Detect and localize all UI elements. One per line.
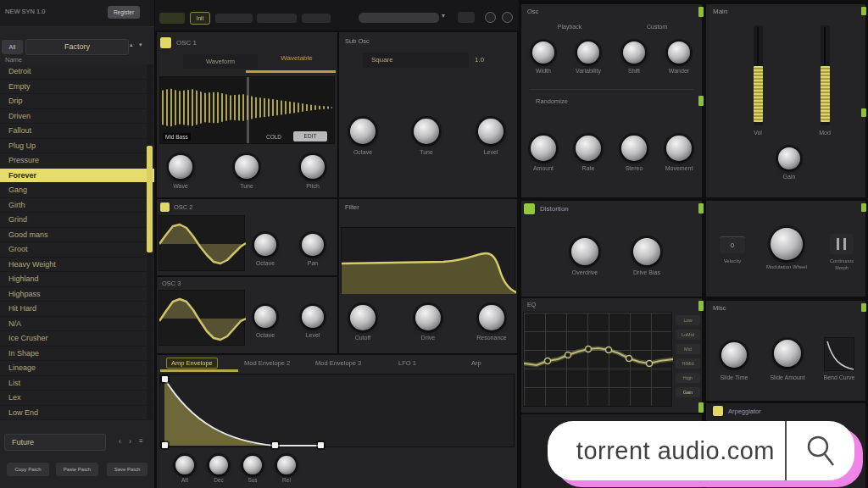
preset-item[interactable]: Gang: [0, 183, 154, 198]
distortion-power-toggle[interactable]: [524, 203, 535, 214]
eq-band-chip[interactable]: High: [676, 373, 700, 383]
filter-drive-knob[interactable]: [415, 305, 441, 330]
osc2-octave-knob[interactable]: [254, 234, 276, 256]
eq-display[interactable]: [523, 312, 672, 407]
preset-item[interactable]: Good mans: [0, 228, 154, 243]
voice-amount-knob[interactable]: [531, 136, 556, 161]
voice-shift-knob[interactable]: [623, 42, 645, 64]
filter-cutoff-knob[interactable]: [350, 305, 376, 330]
envelope-attack-knob[interactable]: [175, 456, 194, 474]
envelope-display[interactable]: [159, 374, 515, 447]
menu-button[interactable]: [159, 13, 185, 24]
preset-item[interactable]: Girth: [0, 198, 154, 214]
osc3-wave-display[interactable]: [159, 290, 245, 346]
preset-item[interactable]: Empty: [0, 80, 154, 95]
osc1-tune-knob[interactable]: [235, 155, 259, 179]
voice-movement-knob[interactable]: [666, 136, 692, 161]
preset-item[interactable]: Heavy Weight: [0, 258, 154, 273]
envelope-sustain-knob[interactable]: [243, 456, 262, 474]
toolbar-field-2[interactable]: [257, 14, 297, 23]
preset-item[interactable]: Highland: [0, 272, 154, 287]
preset-next-icon[interactable]: ›: [129, 437, 131, 446]
preset-item[interactable]: Plug Up: [0, 139, 154, 154]
distortion-bias-knob[interactable]: [633, 238, 660, 265]
eq-band-chip[interactable]: LoMid: [676, 330, 700, 340]
envelope-node[interactable]: [272, 442, 278, 448]
preset-item[interactable]: Lex: [0, 391, 154, 406]
filter-resonance-knob[interactable]: [479, 305, 504, 330]
envelope-decay-knob[interactable]: [209, 456, 228, 474]
voice-variability-knob[interactable]: [577, 42, 599, 64]
osc3-octave-knob[interactable]: [254, 306, 276, 328]
preset-item[interactable]: Low End: [0, 406, 154, 421]
wavetable-cursor[interactable]: [247, 77, 249, 143]
envelope-tab-2[interactable]: Mod Envelope 2: [244, 359, 290, 367]
save-patch-button[interactable]: Save Patch: [107, 463, 147, 476]
osc1-tab-waveform[interactable]: Waveform: [183, 54, 258, 69]
slide-time-knob[interactable]: [721, 342, 747, 368]
subosc-octave-knob[interactable]: [350, 119, 376, 144]
undo-icon[interactable]: [485, 12, 496, 23]
preset-item[interactable]: N/A: [0, 317, 154, 332]
subosc-mode-dropdown[interactable]: Square: [363, 53, 469, 68]
preset-item[interactable]: Detroit: [0, 64, 154, 80]
envelope-node[interactable]: [162, 376, 168, 382]
osc2-pan-knob[interactable]: [302, 234, 324, 256]
register-button[interactable]: Register: [108, 6, 140, 19]
preset-item[interactable]: Ice Crusher: [0, 331, 154, 347]
voice-stereo-knob[interactable]: [621, 136, 647, 161]
preset-item[interactable]: Grind: [0, 213, 154, 228]
toolbar-field-3[interactable]: [302, 14, 331, 23]
osc2-wave-display[interactable]: [159, 215, 245, 271]
osc1-pitch-knob[interactable]: [301, 155, 325, 179]
envelope-node[interactable]: [162, 442, 168, 448]
preset-item-selected[interactable]: Forever: [0, 169, 154, 184]
init-button[interactable]: Init: [190, 12, 210, 25]
subosc-tune-knob[interactable]: [414, 119, 439, 144]
toolbar-field-1[interactable]: [215, 14, 253, 23]
eq-band-chip[interactable]: Low: [676, 315, 700, 325]
preset-dropdown-icon[interactable]: ▾: [442, 12, 445, 19]
eq-band-chip[interactable]: Mid: [676, 344, 700, 354]
bank-dropdown[interactable]: Factory: [25, 39, 129, 55]
preset-item[interactable]: Lineage: [0, 361, 154, 376]
envelope-tab-arp[interactable]: Arp: [471, 359, 481, 367]
preset-item[interactable]: Highpass: [0, 287, 154, 302]
redo-icon[interactable]: [502, 12, 513, 23]
osc1-wave-knob[interactable]: [169, 155, 192, 179]
envelope-tab-lfo[interactable]: LFO 1: [398, 359, 416, 367]
preset-prev-icon[interactable]: ‹: [119, 437, 121, 446]
osc1-wavetable-display[interactable]: Mid Bass COLD EDIT: [159, 76, 335, 144]
voice-rate-knob[interactable]: [576, 136, 601, 161]
preset-item[interactable]: Drip: [0, 94, 154, 109]
preset-item[interactable]: In Shape: [0, 347, 154, 362]
pitch-bend-control[interactable]: [830, 234, 854, 254]
preset-item[interactable]: Hit Hard: [0, 302, 154, 317]
bank-up-icon[interactable]: ▴: [130, 42, 133, 48]
velocity-display[interactable]: 0: [720, 236, 745, 253]
bank-down-icon[interactable]: ▾: [139, 42, 142, 48]
preset-item[interactable]: Fallout: [0, 124, 154, 139]
preset-name-field[interactable]: Future: [4, 434, 106, 451]
envelope-node[interactable]: [318, 442, 324, 448]
preset-scrollbar-thumb[interactable]: [147, 146, 153, 252]
paste-patch-button[interactable]: Paste Patch: [56, 463, 98, 476]
distortion-overdrive-knob[interactable]: [571, 238, 598, 265]
preset-item[interactable]: Groot: [0, 242, 154, 258]
main-gain-knob[interactable]: [778, 147, 800, 169]
preset-item[interactable]: List: [0, 376, 154, 391]
filter-curve-display[interactable]: [341, 227, 515, 293]
eq-band-chip[interactable]: Gain: [676, 387, 700, 397]
osc1-tab-wavetable[interactable]: Wavetable: [259, 54, 334, 62]
eq-band-chip[interactable]: HiMid: [676, 358, 700, 369]
osc1-power-toggle[interactable]: [160, 37, 171, 48]
osc1-edit-chip[interactable]: EDIT: [293, 131, 327, 141]
subosc-level-knob[interactable]: [478, 119, 504, 144]
copy-patch-button[interactable]: Copy Patch: [7, 463, 49, 476]
osc3-level-knob[interactable]: [302, 306, 324, 328]
toolbar-value-chip[interactable]: [458, 12, 475, 23]
envelope-tab-3[interactable]: Mod Envelope 3: [315, 359, 361, 367]
osc2-power-toggle[interactable]: [160, 202, 170, 212]
slide-amount-knob[interactable]: [774, 340, 801, 367]
envelope-tab-amp[interactable]: Amp Envelope: [166, 358, 218, 369]
